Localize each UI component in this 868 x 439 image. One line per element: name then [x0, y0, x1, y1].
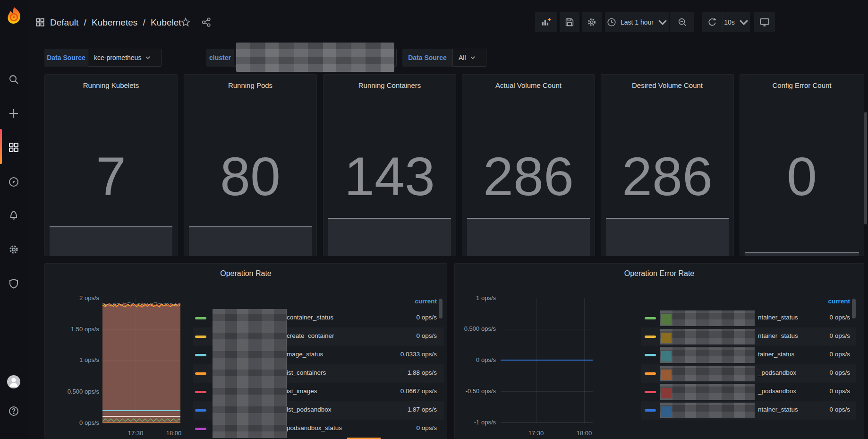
y-tick: 1 ops/s — [52, 356, 99, 364]
share-icon[interactable] — [201, 17, 212, 27]
operation-rate-plot[interactable] — [102, 298, 180, 423]
grafana-logo[interactable] — [6, 7, 23, 25]
series-name[interactable]: create_container — [287, 332, 334, 341]
shield-icon[interactable] — [8, 278, 19, 289]
series-current-value: 0 ops/s — [792, 369, 850, 378]
time-range-picker[interactable]: Last 1 hour — [605, 12, 669, 32]
series-color-dash — [195, 317, 206, 319]
dashboard-grid-icon[interactable] — [35, 17, 45, 27]
series-name-redaction-blur — [213, 309, 287, 327]
series-name[interactable]: tainer_status — [758, 351, 794, 360]
add-panel-button[interactable] — [535, 12, 557, 32]
legend-row[interactable]: container_status 0 ops/s — [193, 309, 444, 327]
stat-panel-config-error-count[interactable]: Config Error Count 0 — [740, 74, 864, 256]
stat-panel-desired-volume-count[interactable]: Desired Volume Count 286 — [601, 74, 734, 256]
panel-title: Running Containers — [323, 81, 456, 89]
stat-panel-running-containers[interactable]: Running Containers 143 — [323, 74, 456, 256]
series-current-value: 0.0333 ops/s — [334, 351, 437, 360]
y-tick: -1 ops/s — [449, 418, 496, 427]
legend-row[interactable]: tainer_status 0 ops/s — [641, 346, 856, 364]
refresh-interval-label: 10s — [724, 18, 735, 26]
user-avatar[interactable] — [7, 375, 20, 388]
series-name-redaction-blur — [213, 364, 287, 383]
y-tick: 0.500 ops/s — [449, 325, 496, 333]
series-name-redaction-blur — [213, 346, 287, 364]
kiosk-mode-button[interactable] — [754, 12, 775, 32]
series-zigzag-green — [102, 417, 180, 423]
series-name-redaction-blur — [213, 401, 287, 420]
legend-row[interactable]: mage_status 0.0333 ops/s — [193, 346, 444, 364]
series-name[interactable]: ist_containers — [287, 369, 326, 378]
series-name-redaction-blur — [213, 383, 287, 401]
y-tick: 2 ops/s — [52, 294, 99, 302]
series-current-value: 0 ops/s — [334, 332, 437, 341]
operation-error-rate-plot[interactable] — [501, 298, 593, 423]
series-name-redaction-blur — [660, 366, 755, 381]
stat-value: 7 — [45, 136, 177, 216]
create-icon[interactable] — [8, 108, 19, 119]
legend-row[interactable]: ist_images 0.0667 ops/s — [193, 383, 444, 401]
stat-panel-actual-volume-count[interactable]: Actual Volume Count 286 — [462, 74, 595, 256]
stat-panel-running-pods[interactable]: Running Pods 80 — [184, 74, 317, 256]
series-color-dash — [195, 354, 206, 356]
save-dashboard-button[interactable] — [560, 12, 579, 32]
series-current-value: 1.88 ops/s — [334, 369, 437, 378]
series-name[interactable]: container_status — [287, 314, 333, 323]
series-name-redaction-blur — [660, 329, 755, 344]
stat-panel-running-kubelets[interactable]: Running Kubelets 7 — [44, 74, 178, 256]
panel-title: Actual Volume Count — [462, 81, 595, 89]
series-current-value: 0 ops/s — [334, 314, 437, 323]
series-current-value: 0 ops/s — [792, 351, 850, 360]
y-tick: 1.50 ops/s — [52, 325, 99, 334]
legend-row[interactable]: ntainer_status 0 ops/s — [641, 309, 856, 327]
stat-value: 143 — [323, 136, 456, 216]
legend-row[interactable]: ntainer_status 0 ops/s — [641, 327, 856, 346]
time-range-label: Last 1 hour — [621, 18, 654, 26]
breadcrumb-item-dashboard[interactable]: Kubernetes — [92, 17, 137, 27]
legend-row[interactable]: _podsandbox 0 ops/s — [641, 364, 856, 383]
datasource-filter-value[interactable]: kce-prometheus — [88, 49, 162, 67]
breadcrumb-item-page[interactable]: Kubelet — [151, 17, 181, 27]
cluster-filter-label: cluster — [206, 49, 234, 67]
legend-row[interactable]: ist_containers 1.88 ops/s — [193, 364, 444, 383]
star-icon[interactable] — [180, 17, 191, 27]
series-current-value: 1.87 ops/s — [334, 406, 437, 415]
series-name[interactable]: podsandbox_status — [287, 424, 342, 433]
stat-value: 80 — [184, 136, 316, 216]
series-name[interactable]: _podsandbox — [758, 387, 796, 396]
series-name[interactable]: ist_images — [287, 387, 317, 396]
datasource2-filter-value[interactable]: All — [452, 49, 486, 67]
zoom-out-button[interactable] — [670, 12, 694, 32]
settings-gear-icon[interactable] — [8, 244, 19, 255]
refresh-interval-picker[interactable]: 10s — [723, 12, 750, 32]
alerting-bell-icon[interactable] — [8, 209, 19, 221]
legend-row[interactable]: create_container 0 ops/s — [193, 327, 444, 346]
series-name[interactable]: ist_podsandbox — [287, 406, 332, 415]
datasource-filter-label: Data Source — [44, 49, 88, 67]
stat-value: 286 — [601, 136, 733, 216]
y-tick: 1 ops/s — [449, 294, 496, 302]
page-scrollbar-thumb[interactable] — [864, 112, 867, 224]
area-top-noise — [102, 300, 180, 310]
dashboard-settings-button[interactable] — [582, 12, 602, 32]
search-icon[interactable] — [8, 74, 19, 85]
series-color-dash — [645, 354, 656, 356]
dashboards-icon[interactable] — [8, 142, 19, 153]
series-name[interactable]: mage_status — [287, 351, 323, 360]
stat-value: 0 — [740, 136, 864, 216]
series-name[interactable]: _podsandbox — [758, 369, 796, 378]
refresh-button[interactable] — [702, 12, 723, 32]
legend-row[interactable]: _podsandbox 0 ops/s — [641, 383, 856, 401]
legend-row[interactable]: ist_podsandbox 1.87 ops/s — [193, 401, 444, 420]
legend-row[interactable]: ntainer_status 0 ops/s — [641, 401, 856, 420]
operation-rate-legend: container_status 0 ops/s create_containe… — [193, 293, 444, 439]
x-tick: 18:00 — [571, 429, 597, 438]
series-name-redaction-blur — [660, 403, 755, 418]
explore-compass-icon[interactable] — [8, 176, 19, 188]
series-line-cyan — [102, 410, 180, 411]
y-tick: 0.500 ops/s — [52, 387, 99, 396]
zero-value-line — [501, 360, 593, 361]
help-icon[interactable] — [8, 405, 19, 417]
breadcrumb-item-folder[interactable]: Default — [50, 17, 78, 27]
legend-row[interactable]: podsandbox_status 0 ops/s — [193, 420, 444, 438]
